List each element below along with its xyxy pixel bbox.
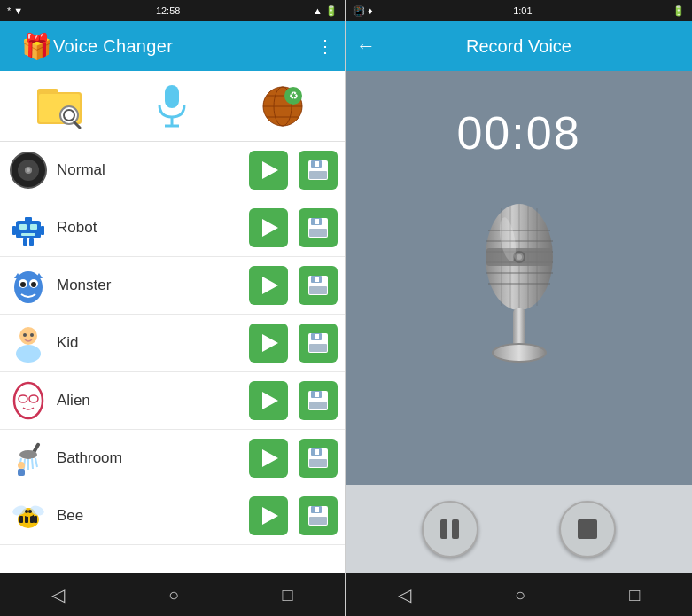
svg-point-83 bbox=[25, 510, 28, 513]
svg-rect-36 bbox=[309, 229, 327, 237]
right-back-button[interactable]: ◁ bbox=[377, 577, 432, 612]
right-home-button[interactable]: ○ bbox=[494, 578, 547, 612]
svg-point-49 bbox=[23, 333, 27, 337]
svg-rect-88 bbox=[315, 507, 319, 512]
svg-line-68 bbox=[35, 458, 37, 467]
play-icon bbox=[262, 449, 278, 467]
svg-rect-61 bbox=[315, 392, 319, 397]
app-icon: 🎁 bbox=[11, 30, 43, 62]
svg-point-41 bbox=[20, 282, 26, 287]
svg-rect-6 bbox=[165, 85, 179, 108]
left-status-left-icons: * ▼ bbox=[7, 5, 23, 16]
alien-label: Alien bbox=[57, 392, 242, 409]
play-icon bbox=[262, 392, 278, 409]
pause-bar-right bbox=[452, 519, 459, 539]
normal-save-button[interactable] bbox=[299, 151, 338, 190]
svg-rect-23 bbox=[309, 171, 327, 179]
toolbar-folder-icon[interactable] bbox=[35, 80, 89, 133]
right-status-right-icons: 🔋 bbox=[673, 5, 685, 17]
svg-point-104 bbox=[517, 254, 522, 260]
svg-point-50 bbox=[30, 333, 34, 337]
pause-bar-left bbox=[440, 519, 447, 539]
svg-rect-54 bbox=[315, 334, 319, 339]
back-button[interactable]: ← bbox=[356, 35, 376, 58]
svg-rect-45 bbox=[309, 286, 327, 294]
svg-rect-32 bbox=[23, 238, 27, 246]
timer-display: 00:08 bbox=[456, 106, 580, 160]
left-nav-bar: ◁ ○ □ bbox=[0, 573, 345, 616]
kid-label: Kid bbox=[57, 334, 242, 352]
record-title: Record Voice bbox=[386, 36, 651, 57]
svg-point-20 bbox=[27, 168, 30, 172]
svg-rect-28 bbox=[21, 233, 35, 236]
bee-play-button[interactable] bbox=[249, 496, 288, 535]
left-home-button[interactable]: ○ bbox=[147, 578, 200, 612]
monster-play-button[interactable] bbox=[249, 266, 288, 305]
voice-item-kid: Kid bbox=[0, 315, 345, 372]
kid-save-button[interactable] bbox=[299, 324, 338, 363]
svg-rect-70 bbox=[18, 469, 25, 476]
toolbar-mic-icon[interactable] bbox=[145, 80, 198, 133]
kid-play-button[interactable] bbox=[249, 324, 288, 363]
alien-icon bbox=[7, 379, 50, 422]
play-icon bbox=[262, 334, 278, 352]
svg-point-47 bbox=[19, 327, 37, 345]
svg-rect-46 bbox=[315, 277, 319, 282]
bathroom-play-button[interactable] bbox=[249, 439, 288, 478]
right-nav-bar: ◁ ○ □ bbox=[346, 573, 692, 616]
kid-icon bbox=[7, 322, 50, 364]
svg-point-84 bbox=[28, 510, 32, 513]
robot-icon bbox=[7, 207, 50, 249]
svg-rect-53 bbox=[309, 344, 327, 352]
right-status-time: 1:01 bbox=[513, 5, 532, 16]
right-top-bar: ← Record Voice bbox=[346, 21, 692, 71]
monster-label: Monster bbox=[57, 277, 242, 294]
record-area: 00:08 bbox=[346, 71, 692, 485]
play-icon bbox=[262, 161, 278, 179]
svg-rect-31 bbox=[41, 226, 44, 235]
voice-item-bee: Bee bbox=[0, 487, 345, 545]
app-title: Voice Changer bbox=[53, 36, 306, 57]
svg-rect-79 bbox=[34, 516, 37, 523]
svg-point-42 bbox=[31, 282, 36, 287]
voice-item-alien: Alien bbox=[0, 372, 345, 430]
svg-rect-33 bbox=[29, 238, 34, 246]
svg-rect-27 bbox=[30, 224, 37, 230]
left-recent-button[interactable]: □ bbox=[261, 578, 315, 612]
right-panel: 📳 ♦ 1:01 🔋 ← Record Voice 00:08 bbox=[346, 0, 692, 616]
svg-rect-74 bbox=[315, 449, 319, 455]
svg-point-69 bbox=[18, 462, 25, 469]
svg-rect-76 bbox=[19, 516, 23, 523]
robot-save-button[interactable] bbox=[299, 208, 338, 247]
alien-play-button[interactable] bbox=[249, 381, 288, 420]
right-status-left-icons: 📳 ♦ bbox=[353, 5, 373, 17]
play-icon bbox=[262, 277, 278, 294]
microphone-illustration bbox=[448, 195, 590, 390]
svg-rect-30 bbox=[12, 226, 16, 235]
svg-text:♻: ♻ bbox=[288, 90, 298, 102]
stop-button[interactable] bbox=[559, 501, 616, 558]
robot-play-button[interactable] bbox=[249, 208, 288, 247]
alien-save-button[interactable] bbox=[299, 381, 338, 420]
play-icon bbox=[262, 507, 278, 525]
toolbar-globe-icon[interactable]: ♻ bbox=[256, 80, 309, 133]
voice-list: Normal bbox=[0, 142, 345, 573]
svg-rect-29 bbox=[25, 217, 32, 222]
bee-save-button[interactable] bbox=[299, 496, 338, 535]
voice-item-normal: Normal bbox=[0, 142, 345, 199]
svg-rect-37 bbox=[315, 219, 319, 224]
right-recent-button[interactable]: □ bbox=[608, 578, 661, 612]
stop-icon bbox=[578, 519, 597, 539]
bathroom-save-button[interactable] bbox=[299, 439, 338, 478]
menu-button[interactable]: ⋮ bbox=[316, 35, 334, 57]
voice-item-robot: Robot bbox=[0, 199, 345, 257]
voice-item-bathroom: Bathroom bbox=[0, 430, 345, 487]
monster-save-button[interactable] bbox=[299, 266, 338, 305]
normal-play-button[interactable] bbox=[249, 151, 288, 190]
normal-label: Normal bbox=[57, 161, 242, 179]
svg-rect-26 bbox=[19, 224, 27, 230]
record-controls bbox=[346, 485, 692, 573]
left-back-button[interactable]: ◁ bbox=[30, 577, 86, 612]
left-top-bar: 🎁 Voice Changer ⋮ bbox=[0, 21, 345, 71]
pause-button[interactable] bbox=[422, 501, 478, 558]
